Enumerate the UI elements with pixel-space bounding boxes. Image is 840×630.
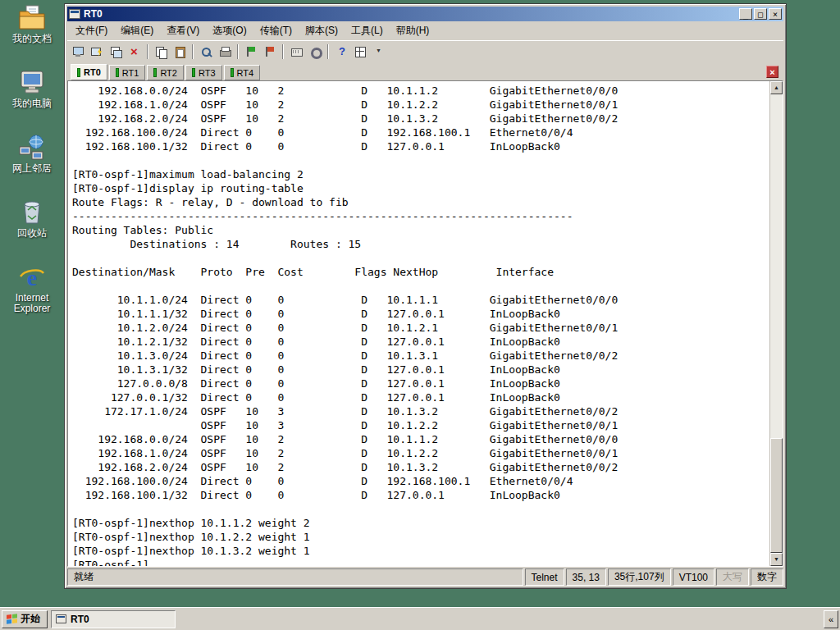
quick-connect-icon[interactable] — [88, 43, 106, 61]
tab-label: RT3 — [199, 68, 216, 78]
terminal-area: 192.168.0.0/24 OSPF 10 2 D 10.1.1.2 Giga… — [67, 80, 783, 567]
tab-label: RT0 — [84, 67, 101, 77]
desktop: 我的文档 我的电脑 — [0, 0, 840, 630]
menu-tools[interactable]: 工具(L) — [345, 21, 390, 40]
toolbar-separator — [147, 44, 148, 59]
find-icon[interactable] — [197, 43, 215, 61]
window-title: RT0 — [84, 8, 737, 20]
status-cursor-position: 35, 13 — [566, 568, 606, 586]
menu-transfer[interactable]: 传输(T) — [253, 21, 299, 40]
toolbar-overflow-glyph — [372, 45, 386, 58]
help-glyph — [335, 45, 348, 58]
session-connected-icon — [116, 68, 119, 77]
menu-bar: 文件(F)编辑(E)查看(V)选项(O)传输(T)脚本(S)工具(L)帮助(H) — [67, 21, 783, 40]
tab-rt2[interactable]: RT2 — [147, 65, 184, 80]
status-caps-indicator: 大写 — [716, 568, 749, 586]
desktop-icon-network-places[interactable]: 网上邻居 — [2, 135, 62, 174]
scroll-up-button[interactable]: ▲ — [770, 81, 783, 94]
taskbar: 开始 RT0 « — [0, 607, 840, 630]
close-button[interactable]: × — [769, 8, 782, 20]
menu-help[interactable]: 帮助(H) — [390, 21, 436, 40]
toolbar-separator — [327, 44, 329, 59]
desktop-icon-recycle-bin[interactable]: 回收站 — [2, 199, 62, 239]
session-connected-icon — [153, 68, 157, 77]
toolbar — [67, 40, 783, 62]
start-button[interactable]: 开始 — [2, 610, 48, 628]
quick-connect-glyph — [90, 45, 103, 58]
terminal-output[interactable]: 192.168.0.0/24 OSPF 10 2 D 10.1.1.2 Giga… — [68, 81, 769, 566]
toolbar-separator — [192, 44, 194, 59]
taskbar-chevron-button[interactable]: « — [824, 610, 838, 628]
toolbar-separator — [282, 44, 284, 59]
minimize-button[interactable]: _ — [739, 8, 752, 20]
find-glyph — [199, 45, 212, 58]
copy-glyph — [154, 45, 167, 58]
panes-icon[interactable] — [351, 43, 369, 61]
print-icon[interactable] — [216, 43, 234, 61]
menu-view[interactable]: 查看(V) — [160, 21, 206, 40]
disconnect-icon[interactable] — [126, 43, 144, 61]
my-documents-icon — [18, 5, 46, 31]
status-num-indicator: 数字 — [751, 568, 783, 586]
scrollbar-track[interactable] — [770, 94, 783, 553]
scrollbar-thumb[interactable] — [770, 438, 783, 553]
tab-close-button[interactable]: × — [766, 66, 778, 78]
scroll-down-button[interactable]: ▼ — [770, 553, 783, 566]
terminal-window: RT0 _ □ × 文件(F)编辑(E)查看(V)选项(O)传输(T)脚本(S)… — [64, 3, 787, 589]
svg-text:e: e — [27, 265, 37, 290]
copy-icon[interactable] — [152, 43, 170, 61]
disconnect-glyph — [128, 45, 141, 58]
menu-file[interactable]: 文件(F) — [69, 21, 114, 40]
clone-session-glyph — [109, 45, 122, 58]
session-connected-icon — [77, 68, 80, 77]
options-icon[interactable] — [306, 43, 324, 61]
maximize-button[interactable]: □ — [754, 8, 767, 20]
my-computer-icon — [18, 70, 46, 96]
desktop-icon-my-computer[interactable]: 我的电脑 — [2, 70, 62, 109]
desktop-icon-label: 回收站 — [17, 228, 47, 239]
tab-rt3[interactable]: RT3 — [185, 65, 222, 80]
vertical-scrollbar[interactable]: ▲ ▼ — [769, 81, 783, 566]
keymap-glyph — [290, 45, 303, 58]
network-places-icon — [18, 135, 46, 161]
status-emulation: VT100 — [673, 568, 714, 586]
connect-icon[interactable] — [69, 43, 87, 61]
session-connected-icon — [192, 68, 195, 77]
desktop-icon-internet-explorer[interactable]: e Internet Explorer — [2, 264, 62, 314]
desktop-icon-my-documents[interactable]: 我的文档 — [2, 5, 62, 44]
status-screen-size: 35行,107列 — [608, 568, 671, 586]
desktop-icon-label: 我的文档 — [12, 34, 52, 44]
clone-session-icon[interactable] — [107, 43, 125, 61]
app-icon — [69, 9, 80, 19]
tab-label: RT4 — [237, 68, 254, 78]
taskbar-item-rt0[interactable]: RT0 — [51, 610, 176, 628]
menu-options[interactable]: 选项(O) — [206, 21, 253, 40]
session-log-icon[interactable] — [242, 43, 260, 61]
menu-edit[interactable]: 编辑(E) — [114, 21, 160, 40]
trace-icon[interactable] — [261, 43, 279, 61]
menu-script[interactable]: 脚本(S) — [299, 21, 345, 40]
desktop-icon-label: 我的电脑 — [12, 98, 52, 109]
window-titlebar[interactable]: RT0 _ □ × — [67, 7, 783, 21]
help-icon[interactable] — [332, 43, 350, 61]
panes-glyph — [354, 45, 367, 58]
paste-icon[interactable] — [171, 43, 189, 61]
status-protocol: Telnet — [525, 568, 564, 586]
terminal-app-icon — [56, 614, 66, 623]
tab-bar: RT0RT1RT2RT3RT4× — [67, 62, 783, 80]
session-log-glyph — [244, 45, 258, 58]
tab-label: RT2 — [160, 68, 177, 78]
keymap-icon[interactable] — [287, 43, 305, 61]
status-bar: 就绪 Telnet 35, 13 35行,107列 VT100 大写 数字 — [67, 568, 783, 586]
desktop-icon-label: Internet Explorer — [2, 293, 62, 314]
trace-glyph — [263, 45, 276, 58]
windows-logo-icon — [7, 614, 17, 623]
toolbar-overflow-icon[interactable] — [370, 43, 388, 61]
recycle-bin-icon — [18, 199, 46, 226]
toolbar-separator — [237, 44, 239, 59]
tab-rt0[interactable]: RT0 — [71, 64, 107, 80]
internet-explorer-icon: e — [18, 264, 46, 290]
tab-rt4[interactable]: RT4 — [224, 65, 261, 80]
session-connected-icon — [231, 68, 234, 77]
tab-rt1[interactable]: RT1 — [109, 65, 146, 80]
